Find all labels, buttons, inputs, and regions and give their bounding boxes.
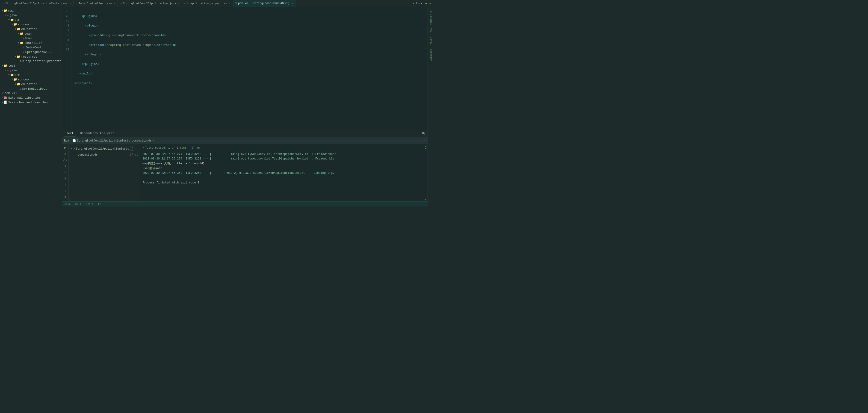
editor-search-button[interactable]: 🔍 bbox=[422, 132, 426, 135]
tab-close-icon[interactable]: ✕ bbox=[70, 2, 71, 5]
run-tab-icon: 📄 bbox=[72, 139, 76, 142]
run-play-button[interactable]: ▶ bbox=[64, 145, 67, 150]
expand-arrow: ▼ bbox=[18, 32, 19, 35]
minimize-btn[interactable]: — bbox=[430, 2, 431, 5]
run-expand-button[interactable]: ⤢ bbox=[64, 170, 67, 175]
tab-SpringBootDemo21Application[interactable]: ☕ SpringBootDemo21Application.java ✕ bbox=[118, 0, 182, 7]
tab-pom-xml[interactable]: V pom.xml (spring-boot-demo-02-1) ✕ bbox=[233, 0, 296, 7]
find-down[interactable]: ▼ bbox=[421, 2, 422, 5]
tab-close-icon[interactable]: ✕ bbox=[114, 2, 115, 5]
gutter-down-arrow[interactable]: ▼ bbox=[425, 148, 427, 150]
run-tree-item-contextloads[interactable]: ✓ contextLoads 97 ms bbox=[69, 153, 140, 157]
run-tab-contextloads[interactable]: 📄 SpringBootDemo21ApplicationTests.conte… bbox=[72, 139, 154, 142]
tab-close-icon[interactable]: ✕ bbox=[229, 2, 230, 5]
run-rerun-fail-button[interactable]: ↺ bbox=[64, 194, 67, 199]
sidebar-item-pom[interactable]: V pom.xml bbox=[0, 91, 62, 95]
folder-icon: 📁 bbox=[17, 27, 20, 31]
run-header: Run: 📄 SpringBootDemo21ApplicationTests.… bbox=[62, 137, 428, 144]
sidebar-item-com-test[interactable]: ▼ 📁 com bbox=[0, 73, 62, 77]
sidebar-item-resources[interactable]: ▼ 📁 resources bbox=[0, 54, 62, 59]
tree-label: education bbox=[21, 27, 37, 31]
folder-icon: 📁 bbox=[20, 41, 24, 45]
run-sort-dur-button[interactable]: ⇅ bbox=[64, 164, 67, 168]
sidebar-item-springbootde-test[interactable]: ☕ SpringBootDe... bbox=[0, 87, 62, 91]
run-output[interactable]: ✓ Tests passed: 1 of 1 test – 97 ms 2023… bbox=[140, 144, 424, 201]
sidebar-item-com-main[interactable]: ▼ 📁 com bbox=[0, 18, 62, 22]
line-col: 52:1 bbox=[75, 203, 81, 205]
gutter-bottom-arrow[interactable]: ▼ bbox=[425, 198, 427, 201]
sidebar-item-controller[interactable]: ▼ 📁 controller bbox=[0, 40, 62, 45]
log-line-4: user的值aabb bbox=[143, 166, 422, 171]
run-tab-close-icon[interactable]: ✕ bbox=[153, 139, 154, 142]
editor-content[interactable]: 45 46 47 48 49 50 51 52 53 <plugins> <pl… bbox=[62, 7, 428, 130]
run-prev-fail-button[interactable]: ↑ bbox=[64, 182, 67, 187]
find-up[interactable]: ▲ bbox=[418, 2, 420, 5]
sidebar-item-roncoo-main[interactable]: ▼ 📁 roncoo bbox=[0, 22, 62, 27]
run-suite-label: SpringBootDemo21ApplicationTests bbox=[76, 147, 129, 151]
sidebar-item-java-test[interactable]: ▼ ☕ java bbox=[0, 68, 62, 73]
expand-arrow: ▼ bbox=[2, 9, 3, 12]
run-more-options[interactable]: ⋮ bbox=[420, 139, 423, 142]
run-tree: ▼ ✓ SpringBootDemo21ApplicationTests 97 … bbox=[69, 144, 140, 201]
tab-application-properties[interactable]: </> application.properties ✕ bbox=[182, 0, 233, 7]
expand-arrow: ▶ bbox=[2, 101, 3, 104]
tab-SpringBootDemo21ApplicationTests[interactable]: ☕ SpringBootDemo21ApplicationTests.java … bbox=[1, 0, 73, 7]
status-bar: main 52:1 UTF-8 LF bbox=[62, 201, 428, 206]
vtab-key-promoter[interactable]: Key Promoter X bbox=[429, 9, 433, 34]
sidebar-item-test[interactable]: ▼ 📁 test bbox=[0, 63, 62, 68]
sidebar-item-education-test[interactable]: ▼ 📁 education bbox=[0, 82, 62, 87]
tree-label: SpringBootDe... bbox=[22, 87, 49, 91]
expand-arrow: ▼ bbox=[18, 42, 19, 44]
sidebar-item-main[interactable]: ▼ 📁 main bbox=[0, 8, 62, 13]
sidebar-item-education-main[interactable]: ▼ 📁 education bbox=[0, 27, 62, 31]
tab-dependency-analyzer[interactable]: Dependency Analyzer bbox=[78, 131, 116, 136]
sidebar-item-bean[interactable]: ▼ 📁 bean bbox=[0, 31, 62, 36]
tab-IndexController[interactable]: ☕ IndexController.java ✕ bbox=[73, 0, 118, 7]
sidebar-item-external-libraries[interactable]: ▶ 📚 External Libraries bbox=[0, 95, 62, 100]
more-options[interactable]: ⋯ bbox=[425, 2, 427, 5]
sidebar-item-indexcont[interactable]: ☕ IndexCont... bbox=[0, 45, 62, 50]
run-rerun-button[interactable]: ↺ bbox=[64, 151, 67, 156]
tab-close-icon[interactable]: ✕ bbox=[178, 2, 180, 5]
expand-arrow: ▼ bbox=[8, 74, 10, 76]
tree-label: java bbox=[10, 69, 17, 72]
folder-icon: 📁 bbox=[10, 18, 14, 22]
folder-icon: 📁 bbox=[10, 73, 14, 77]
code-line-52: </project> bbox=[74, 81, 249, 86]
run-tree-item-suite[interactable]: ▼ ✓ SpringBootDemo21ApplicationTests 97 … bbox=[69, 145, 140, 153]
sidebar-item-appprops[interactable]: </> application.properties bbox=[0, 59, 62, 63]
sidebar-item-java-main[interactable]: ▼ ☕ java bbox=[0, 13, 62, 18]
vtab-maven[interactable]: Maven bbox=[429, 35, 433, 46]
folder-icon: 📁 bbox=[4, 9, 7, 12]
folder-icon: 📝 bbox=[4, 100, 7, 104]
run-minimize-btn[interactable]: — bbox=[424, 139, 426, 142]
folder-icon: 📁 bbox=[17, 55, 20, 59]
java-class-icon: ☕ bbox=[23, 36, 25, 40]
sidebar-item-scratches[interactable]: ▶ 📝 Scratches and Consoles bbox=[0, 100, 62, 105]
tab-bar: ☕ SpringBootDemo21ApplicationTests.java … bbox=[0, 0, 434, 7]
run-body: ▶ ↺ A↓ ⇅ ⤢ ⤡ ↑ ↓ ↺ … ⚙ 📌 🔗 bbox=[62, 144, 428, 201]
tree-label: SpringBootDe... bbox=[25, 51, 52, 54]
sidebar-item-roncoo-test[interactable]: ▼ 📁 roncoo bbox=[0, 77, 62, 82]
vertical-tabs: Key Promoter X Maven Database bbox=[428, 7, 434, 206]
tab-close-icon[interactable]: ✕ bbox=[291, 2, 293, 5]
expand-arrow: ▼ bbox=[8, 19, 10, 21]
code-editor[interactable]: <plugins> <plugin> <groupId>org.springfr… bbox=[71, 7, 252, 130]
gutter-up-arrow[interactable]: ▲ bbox=[425, 145, 427, 147]
run-next-fail-button[interactable]: ↓ bbox=[64, 188, 67, 193]
sidebar-item-springbootde-main[interactable]: ☕ SpringBootDe... bbox=[0, 50, 62, 54]
run-collapse-button[interactable]: ⤡ bbox=[64, 176, 67, 181]
tab-text[interactable]: Text bbox=[64, 131, 76, 136]
tree-label: pom.xml bbox=[5, 92, 17, 95]
sidebar-item-user[interactable]: ☕ User bbox=[0, 36, 62, 40]
pass-message: Tests passed: 1 of 1 test – 97 ms bbox=[145, 146, 200, 151]
vtab-database[interactable]: Database bbox=[429, 47, 433, 63]
tree-label: External Libraries bbox=[8, 96, 40, 100]
run-right-gutter: ▲ ▼ ▼ bbox=[424, 144, 428, 201]
pass-badge: ✓ Tests passed: 1 of 1 test – 97 ms bbox=[143, 146, 200, 151]
tree-label: User bbox=[25, 37, 32, 40]
run-sort-alpha-button[interactable]: A↓ bbox=[63, 158, 68, 162]
xml-icon: V bbox=[235, 2, 237, 5]
folder-icon: 📁 bbox=[13, 78, 17, 82]
run-label: Run: bbox=[64, 139, 71, 142]
